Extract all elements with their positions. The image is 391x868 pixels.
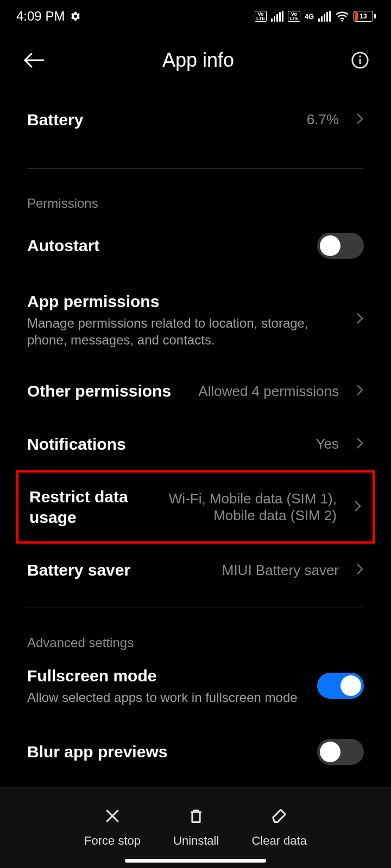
wifi-icon (335, 11, 349, 22)
row-title: Autostart (27, 235, 306, 256)
app-bar: App info (0, 33, 391, 77)
chevron-right-icon (356, 312, 364, 327)
row-battery[interactable]: Battery 6.7% (0, 77, 391, 157)
settings-gear-icon (70, 11, 81, 22)
section-permissions: Permissions (0, 180, 391, 216)
row-subtitle: Allow selected apps to work in fullscree… (27, 689, 306, 706)
row-restrict-data-usage[interactable]: Restrict data usage Wi-Fi, Mobile data (… (16, 470, 375, 544)
row-title: Blur app previews (27, 742, 306, 762)
bottom-action-bar: Force stop Uninstall Clear data (0, 787, 391, 868)
status-time: 4:09 PM (16, 9, 65, 24)
divider (27, 168, 364, 169)
action-label: Force stop (84, 834, 141, 848)
close-icon (103, 807, 122, 828)
row-value: MIUI Battery saver (222, 562, 339, 579)
home-indicator[interactable] (125, 859, 266, 863)
force-stop-button[interactable]: Force stop (84, 807, 141, 848)
row-subtitle: Manage permissions related to location, … (27, 315, 339, 348)
battery-indicator: 13 (354, 11, 376, 22)
row-title: Other permissions (27, 381, 187, 401)
row-fullscreen-mode[interactable]: Fullscreen mode Allow selected apps to w… (0, 656, 391, 723)
row-value: Allowed 4 permissions (198, 383, 339, 400)
chevron-right-icon (356, 384, 364, 399)
chevron-right-icon (354, 500, 362, 515)
chevron-right-icon (356, 112, 364, 127)
row-blur-app-previews[interactable]: Blur app previews (0, 723, 391, 765)
signal2-icon (318, 11, 331, 22)
action-label: Uninstall (173, 834, 219, 848)
volte1-icon: VoLTE (255, 11, 267, 22)
row-title: App permissions (27, 291, 339, 312)
action-label: Clear data (251, 834, 307, 848)
toggle-autostart[interactable] (317, 233, 364, 259)
chevron-right-icon (356, 437, 364, 452)
page-title: App info (46, 49, 351, 72)
status-bar: 4:09 PM VoLTE VoLTE 4G 13 (0, 0, 391, 33)
row-battery-saver[interactable]: Battery saver MIUI Battery saver (0, 544, 391, 597)
info-icon[interactable] (351, 51, 369, 69)
toggle-blur[interactable] (317, 739, 364, 765)
row-autostart[interactable]: Autostart (0, 216, 391, 275)
scroll-fade (0, 765, 391, 787)
row-value: Yes (316, 436, 339, 452)
row-title: Notifications (27, 434, 305, 455)
row-app-permissions[interactable]: App permissions Manage permissions relat… (0, 275, 391, 365)
row-title: Battery saver (27, 560, 211, 580)
row-title: Battery (27, 110, 296, 130)
clear-data-button[interactable]: Clear data (251, 807, 307, 848)
row-title: Restrict data usage (29, 487, 147, 527)
back-arrow-icon[interactable] (22, 51, 46, 69)
trash-icon (187, 807, 205, 828)
eraser-icon (270, 807, 288, 828)
uninstall-button[interactable]: Uninstall (173, 807, 219, 848)
settings-list: Battery 6.7% Permissions Autostart App p… (0, 77, 391, 765)
battery-percent: 13 (354, 12, 373, 20)
toggle-fullscreen[interactable] (317, 673, 364, 699)
divider (27, 608, 364, 608)
row-notifications[interactable]: Notifications Yes (0, 418, 391, 471)
row-value: 6.7% (307, 111, 339, 128)
volte2-icon: VoLTE (288, 11, 300, 22)
signal1-icon (271, 11, 283, 22)
row-value: Wi-Fi, Mobile data (SIM 1), Mobile data … (157, 490, 337, 524)
chevron-right-icon (356, 563, 364, 578)
row-other-permissions[interactable]: Other permissions Allowed 4 permissions (0, 365, 391, 418)
svg-point-0 (341, 20, 343, 22)
row-title: Fullscreen mode (27, 666, 306, 686)
section-advanced: Advanced settings (0, 619, 391, 656)
svg-point-4 (359, 55, 361, 57)
network-4g-icon: 4G (305, 14, 314, 20)
